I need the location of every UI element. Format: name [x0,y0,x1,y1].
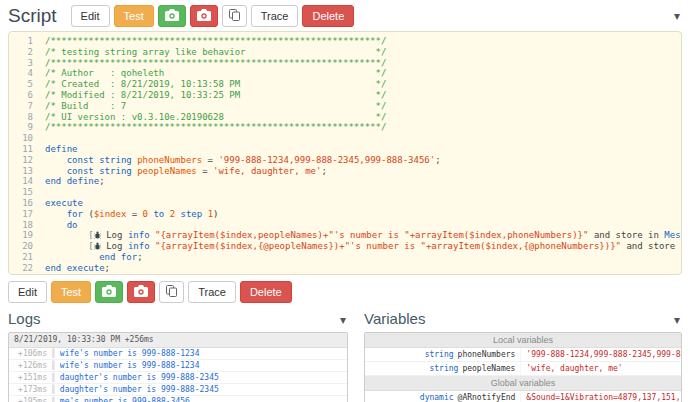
code-lines: /***************************************… [38,32,681,274]
variables-box: Local variables stringphoneNumbers'999-8… [364,332,682,402]
line-number: 10 [9,133,33,144]
code-line: const string peopleNames = 'wife, daught… [45,166,681,177]
log-row: +126ms║wife's number is 999-888-1234 [9,360,347,372]
edit-button[interactable]: Edit [8,281,47,303]
test-button[interactable]: Test [114,5,154,27]
code-line: const string phoneNumbers = '999-888-123… [45,155,681,166]
line-number: 6 [9,90,33,101]
capture-red-button[interactable] [127,281,155,303]
line-number: 16 [9,198,33,209]
page-title: Script [8,5,57,27]
line-number: 1 [9,36,33,47]
code-gutter: 12345678910111213141516171819202122 [9,32,38,274]
copy-icon [166,285,177,299]
variable-row[interactable]: stringphoneNumbers'999-888-1234,999-888-… [365,348,681,362]
log-row: +106ms║wife's number is 999-888-1234 [9,348,347,360]
capture-green-button[interactable] [158,5,186,27]
line-number: 13 [9,166,33,177]
script-toolbar-bottom: Edit Test Trace Delete [0,275,690,308]
line-number: 5 [9,79,33,90]
copy-icon [229,9,240,23]
line-number: 22 [9,263,33,274]
duplicate-button[interactable] [159,281,184,303]
piston-code-editor[interactable]: 12345678910111213141516171819202122 /***… [8,31,682,275]
line-number: 8 [9,112,33,123]
code-line: /* testing string array like behavior */ [45,47,681,58]
script-header: Script Edit Test Trace Delete ▾ [0,0,690,31]
bottom-panels: Logs ▾ 8/21/2019, 10:33:30 PM +256ms +10… [0,308,690,402]
line-number: 3 [9,58,33,69]
log-rows: +106ms║wife's number is 999-888-1234+126… [9,348,347,402]
line-number: 4 [9,68,33,79]
global-variables-header: Global variables [365,376,681,391]
code-line: do [45,220,681,231]
code-line: /* Author : qoheleth */ [45,68,681,79]
code-line: /***************************************… [45,58,681,69]
delete-button[interactable]: Delete [302,5,354,27]
code-line: /***************************************… [45,36,681,47]
line-number: 18 [9,220,33,231]
code-line: [ Log info "{arrayItem($index,peopleName… [45,230,681,241]
edit-button[interactable]: Edit [71,5,110,27]
camera-icon [134,285,148,299]
logs-panel: Logs ▾ 8/21/2019, 10:33:30 PM +256ms +10… [8,308,348,402]
delete-button[interactable]: Delete [240,281,292,303]
line-number: 20 [9,241,33,252]
capture-red-button[interactable] [190,5,218,27]
code-line: /* UI version : v0.3.10e.20190628 */ [45,112,681,123]
line-number: 15 [9,187,33,198]
code-line: end execute; [45,263,681,274]
line-number: 11 [9,144,33,155]
code-line: /* Build : 7 */ [45,101,681,112]
variables-panel: Variables ▾ Local variables stringphoneN… [364,308,682,402]
log-row: +173ms║daughter's number is 999-888-2345 [9,384,347,396]
logs-title: Logs [8,310,41,327]
log-row: +151ms║daughter's number is 999-888-2345 [9,372,347,384]
trace-button[interactable]: Trace [188,281,236,303]
script-menu-caret-icon[interactable]: ▾ [672,9,682,23]
line-number: 2 [9,47,33,58]
code-line [45,133,681,144]
code-line: execute [45,198,681,209]
log-bug-icon [94,241,101,251]
logs-menu-caret-icon[interactable]: ▾ [338,313,348,327]
code-line: define [45,144,681,155]
line-number: 12 [9,155,33,166]
camera-icon [165,9,179,23]
code-line: for ($index = 0 to 2 step 1) [45,209,681,220]
camera-icon [197,9,211,23]
code-line: end for; [45,252,681,263]
line-number: 14 [9,176,33,187]
test-button[interactable]: Test [51,281,91,303]
code-line: [ Log info "{arrayItem($index,{@peopleNa… [45,241,681,252]
log-bug-icon [94,230,101,240]
code-line: /***************************************… [45,122,681,133]
line-number: 21 [9,252,33,263]
log-session-header: 8/21/2019, 10:33:30 PM +256ms [9,333,347,348]
line-number: 17 [9,209,33,220]
trace-button[interactable]: Trace [251,5,299,27]
variable-row[interactable]: stringpeopleNames'wife, daughter, me' [365,362,681,376]
code-line: end define; [45,176,681,187]
local-var-rows: stringphoneNumbers'999-888-1234,999-888-… [365,348,681,376]
duplicate-button[interactable] [222,5,247,27]
line-number: 19 [9,230,33,241]
code-line: /* Created : 8/21/2019, 10:13:58 PM */ [45,79,681,90]
variables-title: Variables [364,310,425,327]
log-row: +195ms║me's number is 999-888-3456 [9,396,347,402]
code-line [45,187,681,198]
capture-green-button[interactable] [95,281,123,303]
local-variables-header: Local variables [365,333,681,348]
code-line: /* Modified : 8/21/2019, 10:33:25 PM */ [45,90,681,101]
logs-box: 8/21/2019, 10:33:30 PM +256ms +106ms║wif… [8,332,348,402]
line-number: 9 [9,122,33,133]
line-number: 7 [9,101,33,112]
variable-row[interactable]: dynamic@ARnotifyEnd&Sound=1&Vibration=48… [365,391,681,402]
camera-icon [102,285,116,299]
global-var-rows: dynamic@ARnotifyEnd&Sound=1&Vibration=48… [365,391,681,402]
variables-menu-caret-icon[interactable]: ▾ [672,313,682,327]
